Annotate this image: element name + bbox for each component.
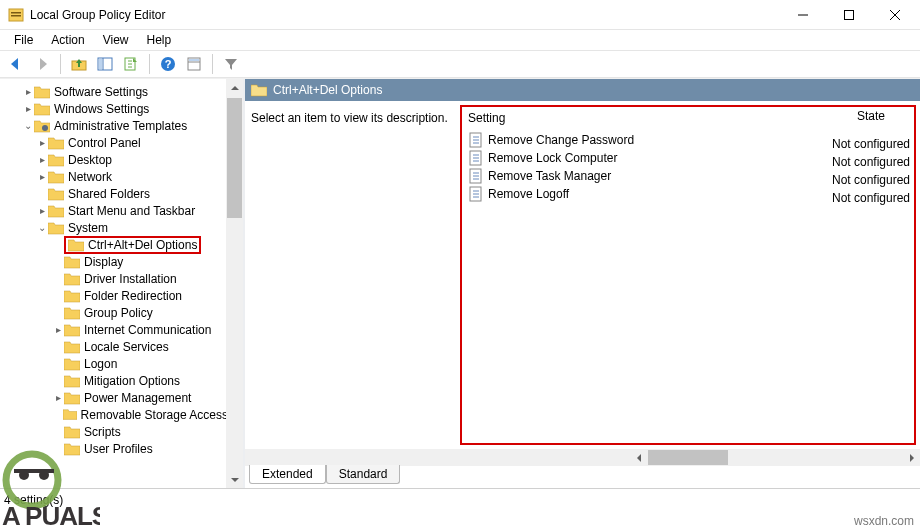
folder-icon <box>64 442 80 456</box>
folder-icon <box>34 102 50 116</box>
folder-icon <box>64 323 80 337</box>
policy-row[interactable]: Remove Task Manager <box>462 167 914 185</box>
scroll-down-arrow-icon[interactable] <box>226 471 243 488</box>
tree-item-windows-settings[interactable]: ▸Windows Settings <box>0 100 228 117</box>
policy-row[interactable]: Remove Lock Computer <box>462 149 914 167</box>
description-panel: Select an item to view its description. <box>245 101 460 449</box>
tree-item-group-policy[interactable]: ▸Group Policy <box>0 304 228 321</box>
details-header: Ctrl+Alt+Del Options <box>245 79 920 101</box>
folder-icon <box>48 136 64 150</box>
svg-text:?: ? <box>165 58 172 70</box>
menu-view[interactable]: View <box>95 31 137 49</box>
menu-help[interactable]: Help <box>139 31 180 49</box>
column-header-setting[interactable]: Setting <box>462 111 914 125</box>
up-folder-button[interactable] <box>67 53 91 75</box>
toolbar: ? <box>0 50 920 78</box>
gpedit-app-icon <box>8 7 24 23</box>
policy-list-panel: Setting Remove Change Password Remove Lo… <box>460 105 916 445</box>
policy-row[interactable]: Remove Logoff <box>462 185 914 203</box>
details-tabs: Extended Standard <box>245 466 920 488</box>
navigation-tree[interactable]: ▸Software Settings ▸Windows Settings ⌄Ad… <box>0 79 228 488</box>
svg-rect-1 <box>11 12 21 14</box>
folder-icon <box>63 408 77 422</box>
watermark-text: wsxdn.com <box>854 514 914 528</box>
minimize-button[interactable] <box>780 0 826 30</box>
folder-icon <box>48 221 64 235</box>
svg-rect-2 <box>11 15 21 17</box>
folder-icon <box>64 425 80 439</box>
folder-icon <box>64 340 80 354</box>
policy-name: Remove Logoff <box>488 187 569 201</box>
details-horizontal-scrollbar[interactable] <box>245 449 920 466</box>
tree-item-power-mgmt[interactable]: ▸Power Management <box>0 389 228 406</box>
workspace: ▸Software Settings ▸Windows Settings ⌄Ad… <box>0 78 920 488</box>
tree-pane: ▸Software Settings ▸Windows Settings ⌄Ad… <box>0 79 245 488</box>
tree-item-locale[interactable]: ▸Locale Services <box>0 338 228 355</box>
scroll-right-arrow-icon[interactable] <box>903 449 920 466</box>
properties-button[interactable] <box>182 53 206 75</box>
toolbar-separator <box>60 54 61 74</box>
folder-gear-icon <box>34 119 50 133</box>
svg-rect-10 <box>99 59 102 69</box>
description-hint: Select an item to view its description. <box>251 111 448 125</box>
toolbar-separator <box>149 54 150 74</box>
tree-item-ctrl-alt-del[interactable]: ▸Ctrl+Alt+Del Options <box>0 236 228 253</box>
back-button[interactable] <box>4 53 28 75</box>
svg-rect-4 <box>845 10 854 19</box>
details-pane: Ctrl+Alt+Del Options Select an item to v… <box>245 79 920 488</box>
tree-item-driver-install[interactable]: ▸Driver Installation <box>0 270 228 287</box>
show-hide-tree-button[interactable] <box>93 53 117 75</box>
details-body: Select an item to view its description. … <box>245 101 920 449</box>
scroll-up-arrow-icon[interactable] <box>226 79 243 96</box>
tree-item-folder-redirect[interactable]: ▸Folder Redirection <box>0 287 228 304</box>
tree-item-user-profiles[interactable]: ▸User Profiles <box>0 440 228 457</box>
tree-item-display[interactable]: ▸Display <box>0 253 228 270</box>
forward-button[interactable] <box>30 53 54 75</box>
refresh-button[interactable] <box>119 53 143 75</box>
policy-name: Remove Lock Computer <box>488 151 617 165</box>
folder-icon <box>48 170 64 184</box>
folder-icon <box>64 272 80 286</box>
scroll-thumb[interactable] <box>648 450 728 465</box>
policy-name: Remove Change Password <box>488 133 634 147</box>
tree-item-removable[interactable]: ▸Removable Storage Access <box>0 406 228 423</box>
tree-item-start-menu[interactable]: ▸Start Menu and Taskbar <box>0 202 228 219</box>
column-header-row: Setting <box>462 107 914 129</box>
menu-file[interactable]: File <box>6 31 41 49</box>
tab-standard[interactable]: Standard <box>326 465 401 484</box>
policy-row[interactable]: Remove Change Password <box>462 131 914 149</box>
help-button[interactable]: ? <box>156 53 180 75</box>
menu-action[interactable]: Action <box>43 31 92 49</box>
folder-icon <box>48 153 64 167</box>
tab-extended[interactable]: Extended <box>249 465 326 484</box>
policy-icon <box>468 186 484 202</box>
tree-item-admin-templates[interactable]: ⌄Administrative Templates <box>0 117 228 134</box>
scroll-left-arrow-icon[interactable] <box>631 449 648 466</box>
folder-icon <box>34 85 50 99</box>
tree-item-scripts[interactable]: ▸Scripts <box>0 423 228 440</box>
folder-icon <box>64 391 80 405</box>
tree-vertical-scrollbar[interactable] <box>226 79 243 488</box>
scroll-thumb[interactable] <box>227 98 242 218</box>
tree-item-logon[interactable]: ▸Logon <box>0 355 228 372</box>
policy-icon <box>468 132 484 148</box>
tree-item-internet-comm[interactable]: ▸Internet Communication <box>0 321 228 338</box>
close-button[interactable] <box>872 0 918 30</box>
svg-point-17 <box>42 125 48 131</box>
tree-item-shared-folders[interactable]: ▸Shared Folders <box>0 185 228 202</box>
policy-icon <box>468 168 484 184</box>
tree-item-network[interactable]: ▸Network <box>0 168 228 185</box>
tree-item-system[interactable]: ⌄System <box>0 219 228 236</box>
policy-list[interactable]: Remove Change Password Remove Lock Compu… <box>462 129 914 203</box>
menu-bar: File Action View Help <box>0 30 920 50</box>
status-bar: 4 setting(s) <box>0 488 920 510</box>
folder-icon <box>48 187 64 201</box>
folder-icon <box>64 374 80 388</box>
filter-button[interactable] <box>219 53 243 75</box>
folder-icon <box>64 255 80 269</box>
tree-item-software-settings[interactable]: ▸Software Settings <box>0 83 228 100</box>
tree-item-desktop[interactable]: ▸Desktop <box>0 151 228 168</box>
tree-item-mitigation[interactable]: ▸Mitigation Options <box>0 372 228 389</box>
tree-item-control-panel[interactable]: ▸Control Panel <box>0 134 228 151</box>
maximize-button[interactable] <box>826 0 872 30</box>
